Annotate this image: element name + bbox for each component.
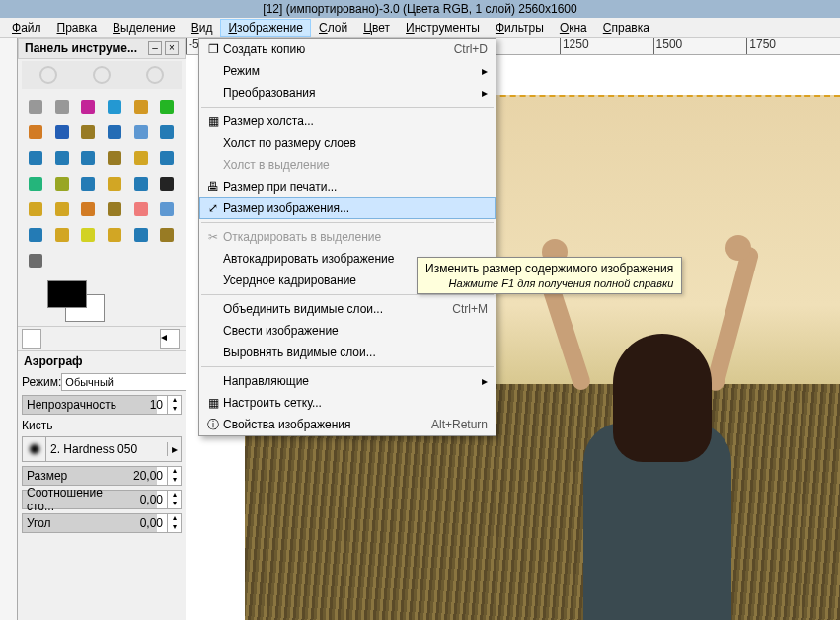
menu-окна[interactable]: Окна [552, 19, 595, 37]
tool-2[interactable] [76, 95, 100, 118]
menu-item[interactable]: Объединить видимые слои...Ctrl+M [199, 298, 496, 320]
tool-34[interactable] [129, 223, 153, 247]
tool-28[interactable] [129, 197, 153, 221]
tool-10[interactable] [129, 120, 153, 144]
brush-name: 2. Hardness 050 [46, 442, 167, 456]
menu-item-label: Объединить видимые слои... [223, 302, 452, 316]
tool-21[interactable] [103, 172, 126, 195]
svg-rect-15 [108, 151, 121, 165]
menu-инструменты[interactable]: Инструменты [398, 19, 488, 37]
tool-15[interactable] [103, 146, 126, 170]
menu-item-label: Создать копию [223, 42, 454, 56]
tool-23[interactable] [155, 172, 179, 195]
tool-7[interactable] [50, 120, 74, 144]
svg-rect-5 [160, 100, 174, 114]
vertical-ruler [0, 38, 18, 620]
tool-22[interactable] [129, 172, 153, 195]
svg-rect-21 [108, 177, 121, 191]
opacity-slider[interactable]: Непрозрачность 10 ▴▾ [22, 395, 182, 415]
angle-slider[interactable]: Угол 0,00 ▴▾ [22, 513, 182, 533]
minimize-icon[interactable]: – [148, 41, 162, 55]
tool-9[interactable] [103, 120, 126, 144]
tool-13[interactable] [50, 146, 74, 170]
tool-14[interactable] [76, 146, 100, 170]
angle-label: Угол [23, 516, 136, 530]
menu-правка[interactable]: Правка [49, 19, 106, 37]
tool-8[interactable] [76, 120, 100, 144]
menu-item-label: Режим [223, 64, 476, 78]
dock-menu-icon[interactable]: ◂ [160, 329, 180, 349]
tool-29[interactable] [155, 197, 179, 221]
stepper-down-icon[interactable]: ▾ [167, 500, 181, 508]
fg-color[interactable] [47, 280, 87, 308]
tool-options-title: Аэрограф [18, 351, 186, 371]
tool-27[interactable] [103, 197, 126, 221]
mode-select[interactable] [61, 373, 205, 391]
menu-файл[interactable]: Файл [4, 19, 49, 37]
tool-36[interactable] [24, 249, 47, 272]
menu-item[interactable]: ⤢Размер изображения... [199, 197, 496, 219]
tool-0[interactable] [24, 95, 47, 118]
ratio-slider[interactable]: Соотношение сто... 0,00 ▴▾ [22, 490, 182, 509]
tool-options-tab[interactable] [22, 329, 41, 349]
tool-30[interactable] [24, 223, 47, 247]
menu-item-label: Направляющие [223, 374, 476, 388]
menu-item[interactable]: Холст по размеру слоев [199, 132, 496, 154]
tool-32[interactable] [76, 223, 100, 247]
stepper-down-icon[interactable]: ▾ [167, 476, 181, 485]
tool-33[interactable] [103, 223, 126, 247]
menu-цвет[interactable]: Цвет [355, 19, 398, 37]
menu-изображение[interactable]: Изображение [220, 19, 311, 37]
tool-3[interactable] [103, 95, 126, 118]
svg-rect-31 [55, 228, 69, 242]
color-swatches[interactable] [18, 276, 186, 326]
tool-5[interactable] [155, 95, 179, 118]
toolbox-title: Панель инструме... [25, 41, 145, 55]
menu-item[interactable]: Режим▸ [199, 60, 496, 82]
menu-вид[interactable]: Вид [184, 19, 221, 37]
tool-35[interactable] [155, 223, 179, 247]
menu-item-label: Свести изображение [223, 324, 488, 338]
tool-1[interactable] [50, 95, 74, 118]
menu-item[interactable]: Преобразования▸ [199, 82, 496, 104]
brush-menu-icon[interactable]: ▸ [167, 442, 181, 456]
menu-item[interactable]: Выровнять видимые слои... [199, 342, 496, 363]
menu-справка[interactable]: Справка [595, 19, 657, 37]
menu-выделение[interactable]: Выделение [105, 19, 184, 37]
tool-20[interactable] [76, 172, 100, 195]
stepper-down-icon[interactable]: ▾ [167, 523, 181, 532]
svg-rect-29 [160, 202, 174, 216]
tool-4[interactable] [129, 95, 153, 118]
menu-item[interactable]: ▦Размер холста... [199, 111, 496, 132]
menu-item[interactable]: ❐Создать копиюCtrl+D [199, 39, 496, 60]
menu-item[interactable]: ⓘСвойства изображенияAlt+Return [199, 414, 496, 435]
svg-rect-17 [160, 151, 174, 165]
svg-rect-26 [81, 202, 95, 216]
tool-31[interactable] [50, 223, 74, 247]
tool-11[interactable] [155, 120, 179, 144]
menu-слой[interactable]: Слой [311, 19, 355, 37]
tool-25[interactable] [50, 197, 74, 221]
svg-rect-27 [108, 202, 121, 216]
copy-icon: ❐ [203, 42, 223, 56]
size-slider[interactable]: Размер 20,00 ▴▾ [22, 466, 182, 486]
tool-12[interactable] [24, 146, 47, 170]
menu-item-label: Размер изображения... [223, 201, 488, 215]
menu-item[interactable]: Свести изображение [199, 320, 496, 342]
tool-6[interactable] [24, 120, 47, 144]
tool-17[interactable] [155, 146, 179, 170]
menu-item[interactable]: Направляющие▸ [199, 370, 496, 392]
tool-19[interactable] [50, 172, 74, 195]
menu-item[interactable]: 🖶Размер при печати... [199, 176, 496, 197]
tool-grid [18, 91, 186, 276]
stepper-down-icon[interactable]: ▾ [167, 405, 181, 414]
tool-16[interactable] [129, 146, 153, 170]
menu-accel: Alt+Return [431, 418, 488, 431]
menu-item[interactable]: ▦Настроить сетку... [199, 392, 496, 414]
tool-18[interactable] [24, 172, 47, 195]
menu-фильтры[interactable]: Фильтры [488, 19, 552, 37]
tool-26[interactable] [76, 197, 100, 221]
brush-select[interactable]: 2. Hardness 050 ▸ [22, 436, 182, 462]
tool-24[interactable] [24, 197, 47, 221]
close-icon[interactable]: × [165, 41, 179, 55]
